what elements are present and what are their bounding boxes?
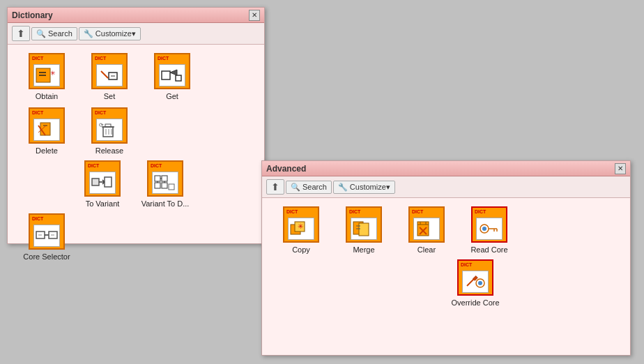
svg-rect-42 [359, 223, 369, 236]
read-core-label: Read Core [470, 245, 507, 254]
dict-item-copy[interactable]: DICT ✳ Copy [273, 206, 329, 254]
svg-text:✳: ✳ [50, 70, 56, 77]
clear-icon: DICT [408, 206, 445, 243]
advanced-search-label: Search [302, 183, 327, 191]
read-core-icon: DICT [471, 206, 507, 243]
dictionary-customize-button[interactable]: 🔧 Customize▾ [79, 27, 141, 40]
dict-item-override-core[interactable]: DICT Override Core [447, 259, 503, 307]
advanced-title: Advanced [266, 164, 306, 174]
delete-glyph [35, 120, 59, 139]
advanced-customize-icon: 🔧 [338, 183, 348, 192]
dict-item-get[interactable]: DICT Get [144, 53, 200, 100]
dictionary-title: Dictionary [12, 10, 53, 20]
svg-rect-25 [155, 176, 160, 181]
variant-to-d-icon: DICT [147, 160, 183, 197]
get-icon: DICT [154, 53, 190, 89]
override-core-icon: DICT [457, 259, 493, 296]
svg-text:⟳: ⟳ [99, 122, 104, 128]
set-icon: DICT [91, 53, 128, 89]
override-core-glyph [463, 272, 487, 291]
delete-icon: DICT [29, 107, 65, 144]
svg-point-59 [478, 281, 482, 285]
svg-rect-32 [169, 184, 174, 190]
dict-item-read-core[interactable]: DICT Read Core [461, 206, 517, 254]
set-glyph [98, 66, 121, 85]
dictionary-items-row2: DICT To Variant DICT [8, 155, 264, 208]
core-selector-glyph [35, 226, 59, 245]
copy-icon: DICT ✳ [283, 206, 319, 243]
advanced-window: Advanced ✕ ⬆ 🔍 Search 🔧 Customize▾ DICT [261, 160, 631, 356]
dict-item-to-variant[interactable]: DICT To Variant [75, 160, 130, 208]
svg-text:✳: ✳ [298, 222, 303, 230]
merge-label: Merge [353, 245, 374, 254]
advanced-customize-button[interactable]: 🔧 Customize▾ [333, 181, 395, 194]
advanced-close-button[interactable]: ✕ [615, 163, 626, 174]
advanced-items-row1: DICT ✳ Copy DICT [262, 198, 630, 254]
merge-glyph [352, 219, 376, 238]
svg-rect-8 [176, 75, 181, 81]
override-core-label: Override Core [451, 298, 499, 307]
merge-icon: DICT [346, 206, 382, 243]
advanced-toolbar: ⬆ 🔍 Search 🔧 Customize▾ [262, 176, 630, 198]
svg-rect-27 [155, 183, 160, 188]
dictionary-close-button[interactable]: ✕ [249, 10, 260, 21]
svg-rect-7 [162, 71, 170, 79]
dictionary-titlebar: Dictionary ✕ [8, 8, 264, 23]
delete-label: Delete [36, 146, 58, 155]
dict-item-clear[interactable]: DICT Clear [399, 206, 454, 254]
obtain-glyph: ✳ [35, 66, 59, 85]
svg-rect-26 [162, 176, 167, 181]
dictionary-toolbar: ⬆ 🔍 Search 🔧 Customize▾ [8, 23, 264, 45]
to-variant-label: To Variant [86, 199, 120, 208]
svg-rect-28 [162, 183, 167, 188]
up-arrow-icon: ⬆ [17, 28, 25, 39]
copy-glyph: ✳ [289, 219, 313, 238]
variant-to-d-glyph [153, 173, 177, 192]
dict-item-release[interactable]: DICT ⟳ Release [82, 107, 137, 155]
svg-rect-45 [417, 222, 429, 236]
svg-point-52 [482, 227, 486, 231]
dict-item-merge[interactable]: DICT Merge [336, 206, 392, 254]
dict-item-delete[interactable]: DICT Delete [19, 107, 75, 155]
release-icon: DICT ⟳ [91, 107, 128, 144]
svg-line-4 [101, 71, 108, 78]
dictionary-window: Dictionary ✕ ⬆ 🔍 Search 🔧 Customize▾ DIC… [7, 7, 265, 244]
obtain-label: Obtain [36, 92, 58, 100]
core-selector-icon: DICT [29, 213, 65, 250]
set-label: Set [104, 92, 116, 100]
obtain-icon: DICT ✳ [29, 53, 65, 89]
advanced-items-row2: DICT Override Core [262, 254, 630, 307]
release-label: Release [95, 146, 123, 155]
release-glyph: ⟳ [98, 120, 121, 139]
dict-item-set[interactable]: DICT Set [82, 53, 137, 100]
advanced-titlebar: Advanced ✕ [262, 161, 630, 176]
clear-glyph [415, 219, 438, 238]
customize-label: Customize▾ [95, 29, 136, 38]
copy-label: Copy [292, 245, 310, 254]
advanced-customize-label: Customize▾ [350, 183, 390, 192]
get-label: Get [166, 92, 178, 100]
get-glyph [160, 66, 184, 85]
advanced-up-button[interactable]: ⬆ [266, 179, 284, 195]
dictionary-up-button[interactable]: ⬆ [12, 26, 30, 41]
dictionary-items-row3: DICT Core Selector [8, 208, 264, 261]
core-selector-label: Core Selector [23, 252, 70, 261]
dictionary-items-row1: DICT ✳ Obtain DICT [8, 45, 264, 155]
svg-rect-20 [92, 179, 99, 185]
clear-label: Clear [417, 245, 436, 254]
dict-item-core-selector[interactable]: DICT Core Selector [19, 213, 75, 261]
dictionary-search-button[interactable]: 🔍 Search [31, 27, 77, 40]
customize-icon: 🔧 [84, 29, 93, 38]
advanced-search-icon: 🔍 [291, 183, 300, 192]
advanced-search-button[interactable]: 🔍 Search [286, 181, 332, 194]
search-label: Search [48, 29, 72, 38]
dict-item-obtain[interactable]: DICT ✳ Obtain [19, 53, 75, 100]
to-variant-icon: DICT [84, 160, 121, 197]
advanced-up-arrow-icon: ⬆ [271, 181, 279, 192]
variant-to-d-label: Variant To D... [141, 199, 190, 208]
svg-rect-24 [105, 177, 112, 187]
search-icon: 🔍 [36, 29, 46, 38]
dict-item-variant-to-d[interactable]: DICT Variant To D [137, 160, 193, 208]
read-core-glyph [477, 219, 501, 238]
to-variant-glyph [91, 173, 114, 192]
